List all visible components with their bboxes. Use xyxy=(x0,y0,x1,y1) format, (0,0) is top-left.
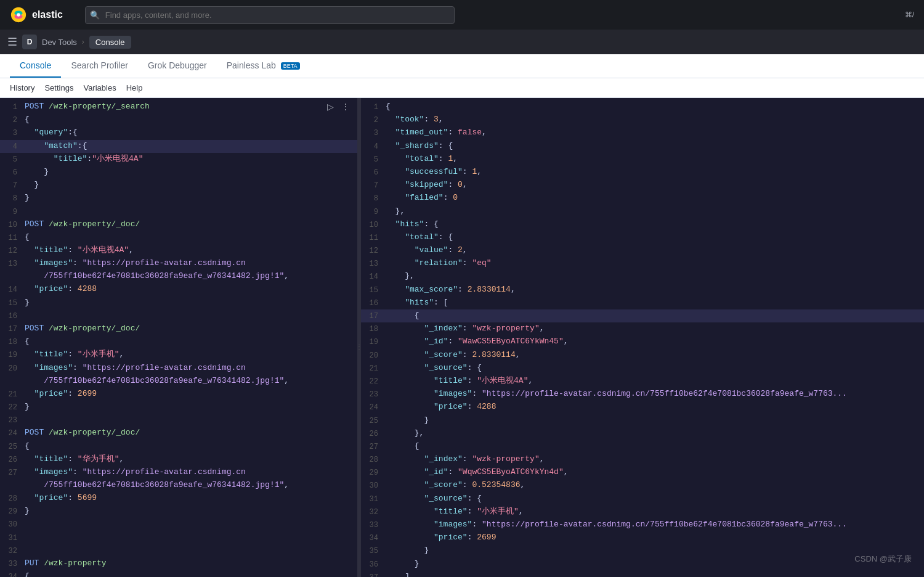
code-line: 34 { xyxy=(0,570,357,577)
result-line: 13 "relation": "eq" xyxy=(361,257,924,270)
result-line: 8 "failed": 0 xyxy=(361,192,924,205)
code-line: 22 } xyxy=(0,401,357,414)
tab-bar: Console Search Profiler Grok Debugger Pa… xyxy=(0,54,924,78)
tab-search-profiler[interactable]: Search Profiler xyxy=(61,54,138,78)
result-line: 2 "took": 3, xyxy=(361,113,924,126)
result-line-highlighted: 17 { xyxy=(361,309,924,322)
result-line: 24 "price": 4288 xyxy=(361,401,924,414)
result-line: 28 "_index": "wzk-property", xyxy=(361,453,924,466)
result-pane: 1 { 2 "took": 3, 3 "timed_out": false, 4… xyxy=(361,98,924,577)
help-button[interactable]: Help xyxy=(126,81,143,95)
result-line: 35 } xyxy=(361,544,924,557)
result-line: 22 "title": "小米电视4A", xyxy=(361,375,924,388)
code-line: 26 "title": "华为手机", xyxy=(0,453,357,466)
result-line: 7 "skipped": 0, xyxy=(361,179,924,192)
code-line: 9 xyxy=(0,205,357,218)
result-line: 36 } xyxy=(361,558,924,571)
tab-console[interactable]: Console xyxy=(10,54,61,78)
code-line: 3 "query":{ xyxy=(0,126,357,139)
editor-pane: ▷ ⋮ 1 POST /wzk-property/_search 2 { 3 "… xyxy=(0,98,357,577)
code-line: 29 } xyxy=(0,505,357,518)
beta-badge: BETA xyxy=(281,62,300,70)
code-line: 1 POST /wzk-property/_search xyxy=(0,100,357,113)
code-line: 14 "price": 4288 xyxy=(0,283,357,296)
result-line: 15 "max_score": 2.8330114, xyxy=(361,284,924,297)
search-icon: 🔍 xyxy=(90,10,100,20)
code-line: 15 } xyxy=(0,297,357,309)
variables-button[interactable]: Variables xyxy=(83,81,116,95)
painless-lab-label: Painless Lab xyxy=(227,60,276,70)
code-line: 24 POST /wzk-property/_doc/ xyxy=(0,427,357,440)
main-content: ▷ ⋮ 1 POST /wzk-property/_search 2 { 3 "… xyxy=(0,98,924,577)
result-line: 27 { xyxy=(361,440,924,453)
result-line: 29 "_id": "WqwCS5EByoATC6YkYn4d", xyxy=(361,466,924,479)
global-search-input[interactable] xyxy=(85,6,455,24)
result-line: 4 "_shards": { xyxy=(361,140,924,153)
result-line: 12 "value": 2, xyxy=(361,244,924,257)
code-line: 7 } xyxy=(0,179,357,192)
code-line: 27 "images": "https://profile-avatar.csd… xyxy=(0,466,357,479)
code-line: 17 POST /wzk-property/_doc/ xyxy=(0,322,357,335)
result-line: 21 "_source": { xyxy=(361,362,924,375)
code-line: 16 xyxy=(0,309,357,322)
code-line: 21 "price": 2699 xyxy=(0,388,357,401)
result-line: 32 "title": "小米手机", xyxy=(361,505,924,518)
code-line: 33 PUT /wzk-property xyxy=(0,557,357,570)
code-line: 10 POST /wzk-property/_doc/ xyxy=(0,218,357,231)
result-line: 30 "_score": 0.52354836, xyxy=(361,479,924,492)
history-button[interactable]: History xyxy=(10,81,34,95)
result-line: 23 "images": "https://profile-avatar.csd… xyxy=(361,388,924,401)
breadcrumb-console[interactable]: Console xyxy=(89,36,131,49)
result-line: 33 "images": "https://profile-avatar.csd… xyxy=(361,518,924,531)
result-line: 14 }, xyxy=(361,270,924,283)
hamburger-icon[interactable]: ☰ xyxy=(7,35,17,49)
code-line: 2 { xyxy=(0,113,357,126)
elastic-logo[interactable]: elastic xyxy=(10,6,63,23)
code-line: 25 { xyxy=(0,440,357,453)
result-line: 34 "price": 2699 xyxy=(361,531,924,544)
result-line: 6 "successful": 1, xyxy=(361,166,924,179)
result-line: 26 }, xyxy=(361,427,924,440)
code-line: 28 "price": 5699 xyxy=(0,492,357,505)
tab-painless-lab[interactable]: Painless Lab BETA xyxy=(217,54,310,78)
run-button[interactable]: ▷ xyxy=(325,100,336,113)
code-line: 18 { xyxy=(0,335,357,348)
result-line: 25 } xyxy=(361,414,924,427)
result-line: 19 "_id": "WawCS5EByoATC6YkWn45", xyxy=(361,335,924,348)
code-line: /755ff10be62f4e7081bc36028fa9eafe_w76341… xyxy=(0,270,357,283)
result-line: 11 "total": { xyxy=(361,231,924,244)
breadcrumb-devtools[interactable]: Dev Tools xyxy=(42,38,77,47)
result-line: 37 ] xyxy=(361,571,924,577)
code-line: 23 xyxy=(0,414,357,427)
app-name-label: elastic xyxy=(32,9,63,20)
code-line: 20 "images": "https://profile-avatar.csd… xyxy=(0,362,357,375)
app-badge: D xyxy=(22,35,37,49)
code-line: 12 "title": "小米电视4A", xyxy=(0,244,357,257)
code-line: 31 xyxy=(0,531,357,544)
result-line: 10 "hits": { xyxy=(361,218,924,231)
sub-toolbar: History Settings Variables Help xyxy=(0,78,924,98)
result-line: 3 "timed_out": false, xyxy=(361,126,924,139)
keyboard-shortcut-label: ⌘/ xyxy=(905,10,914,19)
tab-grok-debugger[interactable]: Grok Debugger xyxy=(138,54,217,78)
settings-button[interactable]: Settings xyxy=(44,81,73,95)
result-line: 5 "total": 1, xyxy=(361,153,924,166)
code-line-highlighted: 4 "match":{ xyxy=(0,140,357,153)
result-line: 16 "hits": [ xyxy=(361,297,924,309)
result-viewer[interactable]: 1 { 2 "took": 3, 3 "timed_out": false, 4… xyxy=(361,98,924,577)
editor-toolbar: ▷ ⋮ xyxy=(320,98,357,115)
code-editor[interactable]: 1 POST /wzk-property/_search 2 { 3 "quer… xyxy=(0,98,357,577)
result-line: 18 "_index": "wzk-property", xyxy=(361,322,924,335)
top-nav-search: 🔍 xyxy=(85,6,455,24)
code-line: 8 } xyxy=(0,192,357,205)
result-line: 9 }, xyxy=(361,205,924,218)
top-nav: elastic 🔍 ⌘/ xyxy=(0,0,924,30)
result-line: 31 "_source": { xyxy=(361,493,924,505)
code-line: 5 "title":"小米电视4A" xyxy=(0,153,357,166)
code-line: 32 xyxy=(0,544,357,557)
breadcrumb-separator: › xyxy=(82,38,84,46)
more-options-button[interactable]: ⋮ xyxy=(339,100,352,113)
code-line: 30 xyxy=(0,518,357,531)
code-line: 19 "title": "小米手机", xyxy=(0,348,357,361)
result-line: 20 "_score": 2.8330114, xyxy=(361,349,924,362)
